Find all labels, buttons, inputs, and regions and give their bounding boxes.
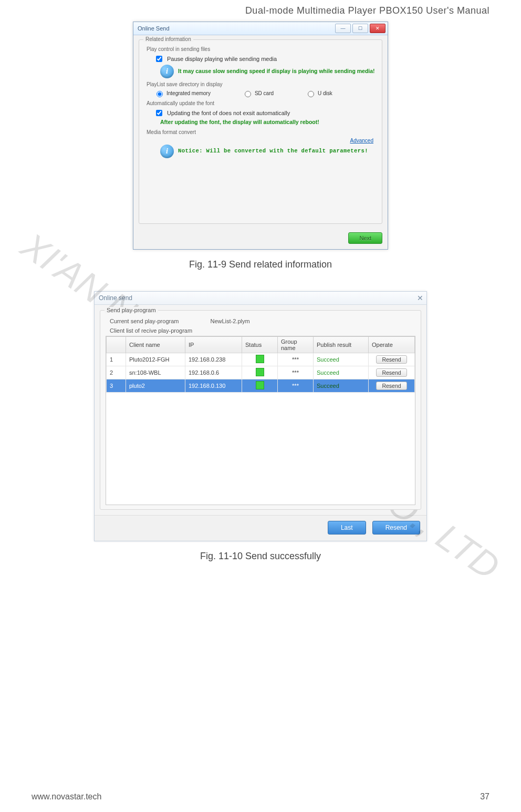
pause-display-label: Pause display playing while sending medi… — [167, 56, 277, 62]
close-icon[interactable]: ✕ — [417, 294, 423, 302]
cell-ip: 192.168.0.238 — [185, 353, 242, 366]
playlist-dir-section-title: PlayList save directory in display — [147, 81, 377, 87]
resend-row-button[interactable]: Resend — [376, 382, 407, 390]
cell-group-name: *** — [278, 353, 314, 366]
cell-status — [242, 353, 278, 366]
status-indicator-icon — [256, 368, 264, 376]
radio-sd-card[interactable]: SD card — [242, 89, 274, 97]
cell-status — [242, 379, 278, 392]
info-icon: i — [160, 65, 174, 78]
client-table-header-row: Client name IP Status Group name Publish… — [107, 336, 415, 353]
cell-index: 3 — [107, 379, 126, 392]
current-send-value: NewList-2.plym — [210, 318, 249, 324]
update-font-checkbox[interactable] — [156, 110, 162, 116]
resend-row-button[interactable]: Resend — [376, 355, 407, 364]
footer-site: www.novastar.tech — [32, 792, 101, 801]
table-row[interactable]: 1Pluto2012-FGH192.168.0.238***SucceedRes… — [107, 353, 415, 366]
window-titlebar: Online send ✕ — [95, 292, 426, 305]
status-indicator-icon — [256, 381, 264, 389]
play-control-section-title: Play control in sending files — [147, 46, 377, 52]
table-row[interactable]: 2sn:108-WBL192.168.0.6***SucceedResend — [107, 366, 415, 379]
font-warning-block: After updating the font, the display wil… — [160, 119, 377, 126]
close-button[interactable]: ✕ — [370, 24, 385, 33]
col-client-name: Client name — [126, 336, 185, 353]
radio-integrated-memory-input[interactable] — [157, 91, 163, 97]
table-row[interactable]: 3pluto2192.168.0.130***SucceedResend — [107, 379, 415, 392]
window-title: Online Send — [138, 25, 170, 32]
cell-publish-result: Succeed — [314, 353, 369, 366]
status-indicator-icon — [256, 355, 264, 363]
advanced-link[interactable]: Advanced — [350, 138, 373, 143]
pause-display-checkbox[interactable] — [156, 56, 162, 62]
media-convert-notice-block: i Notice: Will be converted with the def… — [160, 145, 377, 158]
pause-warning-text: It may cause slow sending speed if displ… — [178, 68, 375, 75]
col-operate: Operate — [369, 336, 415, 353]
col-ip: IP — [185, 336, 242, 353]
col-status: Status — [242, 336, 278, 353]
cell-operate: Resend — [369, 366, 415, 379]
maximize-button[interactable]: ☐ — [352, 24, 368, 33]
page-footer: www.novastar.tech 37 — [32, 792, 489, 801]
next-button[interactable]: Next — [348, 232, 382, 244]
col-index — [107, 336, 126, 353]
client-table-wrapper: Client name IP Status Group name Publish… — [106, 336, 415, 505]
cell-ip: 192.168.0.130 — [185, 379, 242, 392]
cell-operate: Resend — [369, 379, 415, 392]
send-play-program-group: Send play-program Current send play-prog… — [100, 310, 421, 510]
auto-font-section-title: Automatically update the font — [147, 100, 377, 106]
pause-warning-block: i It may cause slow sending speed if dis… — [160, 65, 377, 78]
resend-row-button[interactable]: Resend — [376, 368, 407, 377]
resend-all-button[interactable]: Resend — [372, 521, 420, 535]
cell-group-name: *** — [278, 366, 314, 379]
radio-sd-card-label: SD card — [255, 90, 274, 96]
online-send-result-window: Online send ✕ Send play-program Current … — [94, 291, 427, 541]
footer-page-number: 37 — [480, 792, 489, 801]
cell-client-name: pluto2 — [126, 379, 185, 392]
cell-client-name: Pluto2012-FGH — [126, 353, 185, 366]
radio-u-disk-input[interactable] — [308, 91, 314, 97]
radio-u-disk-label: U disk — [318, 90, 332, 96]
figure-11-9-caption: Fig. 11-9 Send related information — [32, 259, 489, 270]
doc-header-title: Dual-mode Multimedia Player PBOX150 User… — [32, 5, 489, 16]
last-button[interactable]: Last — [328, 521, 366, 535]
online-send-related-window: Online Send — ☐ ✕ Related information Pl… — [133, 22, 388, 250]
window-title: Online send — [99, 294, 132, 302]
cell-ip: 192.168.0.6 — [185, 366, 242, 379]
info-icon: i — [160, 145, 174, 158]
figure-11-10-caption: Fig. 11-10 Send successfully — [32, 551, 489, 562]
media-convert-section-title: Media format convert — [147, 129, 377, 135]
related-info-legend: Related information — [143, 36, 193, 42]
cell-index: 1 — [107, 353, 126, 366]
current-send-label: Current send play-program — [110, 318, 179, 324]
radio-sd-card-input[interactable] — [245, 91, 251, 97]
media-convert-notice-text: Notice: Will be converted with the defau… — [178, 148, 368, 155]
col-group: Group name — [278, 336, 314, 353]
radio-integrated-memory-label: Integrated memory — [166, 90, 211, 96]
radio-integrated-memory[interactable]: Integrated memory — [154, 89, 211, 97]
window-controls: — ☐ ✕ — [335, 24, 385, 33]
cell-index: 2 — [107, 366, 126, 379]
send-play-program-legend: Send play-program — [105, 307, 158, 313]
cell-publish-result: Succeed — [314, 366, 369, 379]
cell-status — [242, 366, 278, 379]
client-list-label: Client list of recive play-program — [110, 327, 415, 334]
update-font-label: Updating the font of does not exsit auto… — [167, 110, 290, 116]
font-warning-text: After updating the font, the display wil… — [160, 119, 319, 126]
minimize-button[interactable]: — — [335, 24, 351, 33]
cell-publish-result: Succeed — [314, 379, 369, 392]
radio-u-disk[interactable]: U disk — [305, 89, 332, 97]
col-publish-result: Publish result — [314, 336, 369, 353]
cell-group-name: *** — [278, 379, 314, 392]
cell-client-name: sn:108-WBL — [126, 366, 185, 379]
client-table: Client name IP Status Group name Publish… — [106, 336, 415, 393]
related-information-group: Related information Play control in send… — [139, 39, 382, 224]
cell-operate: Resend — [369, 353, 415, 366]
window-titlebar: Online Send — ☐ ✕ — [133, 22, 388, 35]
